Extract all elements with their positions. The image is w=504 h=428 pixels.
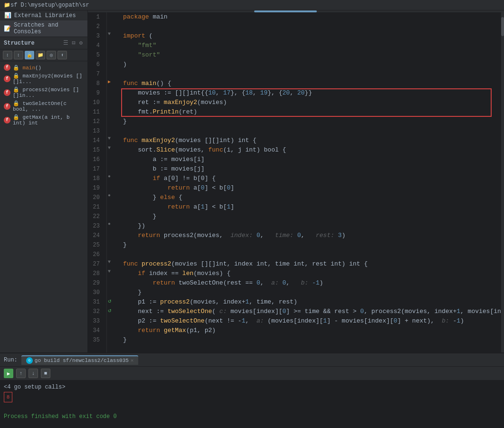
library-icon: 📊: [4, 12, 11, 19]
loop-icon-31: ↺: [108, 297, 111, 304]
token: }, {: [267, 88, 282, 98]
code-line-29: return twoSelectOne(rest == 0, a: 0, b: …: [123, 278, 501, 288]
run-panel: Run: G go build sf/newclass2/class035 ✕ …: [0, 352, 504, 428]
struct-item-process2[interactable]: f 🔒 process2(movies [][]in...: [0, 86, 87, 99]
run-up-btn[interactable]: ↑: [16, 369, 26, 378]
token: return: [138, 231, 160, 240]
go-icon: G: [26, 357, 33, 364]
ln-16: 16: [88, 155, 103, 164]
run-output-blank: [4, 402, 500, 412]
struct-item-maxenjoy[interactable]: f 🔒 maxEnjoy2(movies [][]i...: [0, 72, 87, 86]
struct-label-main: 🔒 main(): [13, 65, 41, 71]
run-down-btn[interactable]: ↓: [29, 369, 38, 378]
token: int: [238, 136, 249, 145]
token: , rest: [304, 259, 331, 269]
ln-18: 18: [88, 174, 103, 183]
token: index ==: [145, 269, 182, 278]
struct-item-main[interactable]: f 🔒 main(): [0, 63, 87, 72]
code-line-23: }): [123, 221, 501, 231]
autoscroll-btn[interactable]: ⬆: [57, 51, 67, 59]
token: ] + next),: [397, 316, 438, 326]
code-line-24: return process2(movies, index: 0, time: …: [123, 231, 501, 240]
run-output: <4 go setup calls> 8 Process finished wi…: [0, 380, 504, 428]
ln-34: 34: [88, 326, 103, 335]
token: {: [279, 145, 286, 155]
code-area[interactable]: ▼ ▶ ▼ ▼ ● ● ● ▼ ▼ ↺ ↺: [107, 12, 501, 352]
token: func: [208, 145, 223, 155]
token: movies[index][: [227, 307, 282, 316]
token: ): [342, 259, 349, 269]
structure-collapse-icon[interactable]: ⊟: [71, 39, 76, 47]
token: process2: [160, 297, 190, 307]
token: "fmt": [138, 41, 156, 50]
fold-dot-18[interactable]: ●: [108, 174, 111, 179]
run-tab-close[interactable]: ✕: [131, 357, 134, 363]
run-stop-btn[interactable]: ■: [41, 369, 50, 378]
struct-item-twoselect[interactable]: f 🔒 twoSelectOne(c bool, ...: [0, 99, 87, 113]
token: func: [123, 79, 142, 88]
sort-alpha-btn[interactable]: ↕: [3, 51, 12, 59]
run-output-command: <4 go setup calls>: [4, 382, 500, 392]
fold-arrow-3[interactable]: ▼: [108, 31, 111, 37]
func-icon-maxenjoy: f: [4, 76, 10, 82]
structure-panel: Structure ☰ ⊟ ⚙ ↕ ↕ 🔒 📁 ◎ ⬆ f 🔒 main(): [0, 37, 87, 352]
token: int: [246, 145, 257, 155]
sort-order-btn[interactable]: ↕: [14, 51, 23, 59]
token: [123, 202, 168, 212]
fold-dot-28[interactable]: ▼: [108, 269, 111, 274]
token: [160, 326, 164, 335]
token: , time, rest): [249, 297, 297, 307]
token: ): [320, 278, 323, 288]
token: int: [331, 259, 342, 269]
vertical-scrollbar[interactable]: [501, 12, 504, 352]
token: func: [123, 259, 142, 269]
token: [294, 231, 297, 240]
code-line-31: p1 := process2(movies, index+1, time, re…: [123, 297, 501, 307]
struct-item-getmax[interactable]: f 🔒 getMax(a int, b int) int: [0, 113, 87, 127]
expand-btn[interactable]: 📁: [36, 51, 45, 59]
structure-settings-icon[interactable]: ☰: [62, 39, 69, 47]
token: if: [152, 174, 160, 183]
fold-dot-20[interactable]: ●: [108, 193, 111, 198]
token: ]: [230, 202, 234, 212]
ln-3: 3: [88, 31, 103, 41]
fold-arrow-27[interactable]: ▼: [108, 259, 111, 265]
token: ): [257, 145, 264, 155]
token: (next != -: [205, 316, 242, 326]
code-line-1: package main: [123, 12, 501, 22]
ln-1: 1: [88, 12, 103, 22]
token: a[: [190, 202, 200, 212]
token: maxEnjoy2: [164, 98, 197, 107]
token: ] < b[: [205, 202, 227, 212]
fold-dot-23[interactable]: ●: [108, 221, 111, 227]
ln-29: 29: [88, 278, 103, 288]
v-scroll-thumb[interactable]: [501, 17, 504, 36]
token: movies :=: [123, 88, 175, 98]
code-line-22: }: [123, 212, 501, 221]
token: [123, 174, 152, 183]
scroll-from-source[interactable]: ◎: [47, 51, 56, 59]
run-arrow-8[interactable]: ▶: [108, 79, 111, 85]
ln-26: 26: [88, 250, 103, 259]
run-tab-build[interactable]: G go build sf/newclass2/class035 ✕: [21, 355, 139, 365]
filter-btn[interactable]: 🔒: [25, 51, 34, 59]
token: [123, 326, 138, 335]
ln-23: 23: [88, 221, 103, 231]
run-play-btn[interactable]: ▶: [4, 369, 13, 378]
run-output-number: 8: [4, 392, 500, 402]
ln-5: 5: [88, 50, 103, 60]
editor-area: 1 2 3 4 5 6 7 8 9 10 11 12 13 14 15 16 1…: [88, 10, 504, 352]
token: [123, 269, 138, 278]
code-line-30: }: [123, 288, 501, 297]
token: func: [123, 136, 142, 145]
token: [][]int: [205, 136, 231, 145]
func-icon-process2: f: [4, 89, 10, 96]
fold-arrow-14[interactable]: ▼: [108, 136, 111, 141]
sidebar-item-external-libraries[interactable]: 📊 External Libraries: [0, 10, 87, 20]
code-line-25: }: [123, 240, 501, 250]
sidebar-item-scratches[interactable]: 📝 Scratches and Consoles: [0, 20, 87, 37]
structure-gear-icon[interactable]: ⚙: [78, 39, 84, 47]
fold-arrow-15[interactable]: ▼: [108, 145, 111, 151]
token: Println: [152, 107, 179, 117]
token: ] - movies[index][: [327, 316, 393, 326]
